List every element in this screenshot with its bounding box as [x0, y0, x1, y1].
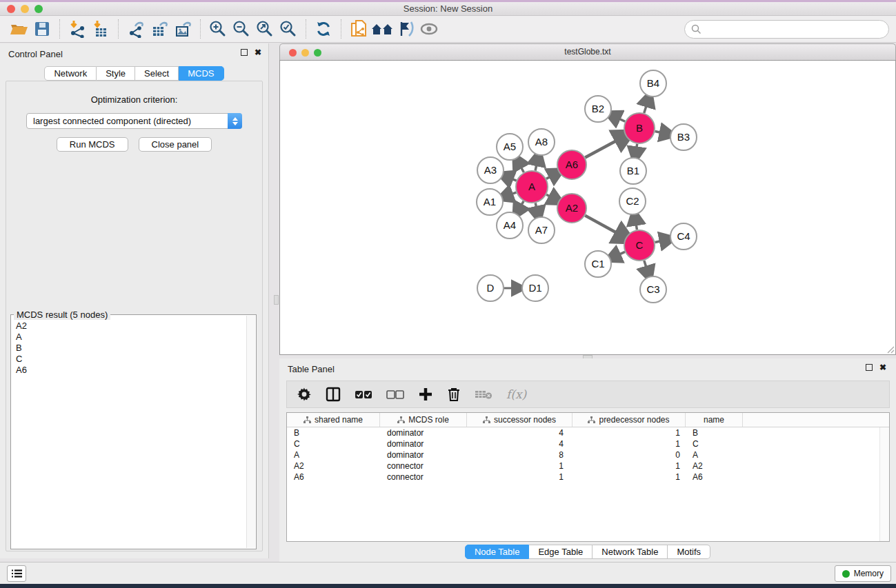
minimize-network-button[interactable] — [301, 49, 309, 57]
network-window-titlebar[interactable]: testGlobe.txt — [279, 43, 896, 60]
network-node-A4[interactable]: A4 — [497, 212, 523, 239]
cell-shared-name[interactable]: A2 — [287, 461, 380, 471]
column-header-successor-nodes[interactable]: successor nodes — [467, 413, 573, 427]
network-node-A[interactable]: A — [516, 171, 548, 203]
network-node-B2[interactable]: B2 — [585, 96, 611, 122]
network-node-A6[interactable]: A6 — [557, 150, 586, 179]
zoom-fit-button[interactable] — [253, 18, 277, 40]
network-edge-A-A3[interactable] — [510, 178, 517, 181]
export-network-button[interactable] — [124, 18, 148, 40]
table-settings-button[interactable] — [297, 387, 312, 402]
network-edge-A-A7[interactable] — [535, 203, 537, 210]
deselect-all-columns-button[interactable] — [386, 390, 404, 399]
network-edge-B-B3[interactable] — [655, 132, 664, 133]
tab-network[interactable]: Network — [44, 66, 97, 81]
table-row[interactable]: C dominator 4 1 C — [287, 438, 889, 449]
network-edge-A-A6[interactable] — [546, 175, 552, 179]
task-history-button[interactable] — [7, 565, 26, 582]
network-edge-B-B4[interactable] — [644, 103, 647, 113]
cell-mcds-role[interactable]: connector — [380, 461, 467, 471]
network-node-C3[interactable]: C3 — [640, 276, 666, 303]
tab-edge-table[interactable]: Edge Table — [529, 545, 593, 559]
minimize-window-button[interactable] — [21, 5, 29, 13]
close-network-button[interactable] — [289, 49, 297, 57]
mcds-result-list[interactable]: A2 A B C A6 — [12, 318, 246, 548]
home-button[interactable] — [370, 18, 394, 40]
column-header-mcds-role[interactable]: MCDS role — [380, 413, 467, 427]
import-table-button[interactable] — [89, 18, 112, 40]
cell-mcds-role[interactable]: dominator — [380, 439, 467, 449]
network-edge-A6-B[interactable] — [585, 139, 619, 158]
column-header-name[interactable]: name — [686, 413, 743, 427]
delete-column-button[interactable] — [447, 387, 461, 402]
zoom-out-button[interactable] — [230, 18, 253, 40]
cell-mcds-role[interactable]: dominator — [380, 450, 467, 460]
zoom-window-button[interactable] — [34, 5, 43, 13]
memory-button[interactable]: Memory — [835, 565, 891, 582]
tab-style[interactable]: Style — [97, 66, 135, 81]
network-edge-A-A1[interactable] — [509, 192, 516, 195]
close-panel-icon[interactable]: ✖ — [255, 49, 261, 56]
close-window-button[interactable] — [7, 5, 15, 13]
zoom-in-button[interactable] — [206, 18, 230, 40]
network-edge-A-A4[interactable] — [520, 201, 524, 207]
open-file-button[interactable] — [7, 18, 30, 40]
network-node-B1[interactable]: B1 — [620, 158, 646, 184]
float-panel-icon[interactable] — [866, 364, 873, 371]
cell-shared-name[interactable]: B — [287, 428, 380, 438]
network-node-C1[interactable]: C1 — [585, 251, 611, 277]
tab-mcds[interactable]: MCDS — [179, 66, 223, 81]
cell-shared-name[interactable]: C — [287, 439, 380, 449]
float-panel-icon[interactable] — [241, 49, 248, 56]
list-item[interactable]: A2 — [16, 321, 246, 332]
network-node-A7[interactable]: A7 — [528, 217, 555, 243]
network-edge-C-C1[interactable] — [617, 252, 625, 255]
select-all-columns-button[interactable] — [355, 390, 372, 399]
cell-shared-name[interactable]: A — [287, 450, 380, 460]
cell-predecessor-nodes[interactable]: 0 — [573, 450, 686, 460]
network-edge-B-B1[interactable] — [636, 144, 637, 151]
search-input[interactable] — [705, 24, 882, 34]
cell-successor-nodes[interactable]: 1 — [467, 472, 573, 482]
cell-predecessor-nodes[interactable]: 1 — [573, 428, 686, 438]
column-header-predecessor-nodes[interactable]: predecessor nodes — [573, 413, 686, 427]
close-panel-icon[interactable]: ✖ — [879, 364, 886, 371]
network-node-D[interactable]: D — [477, 275, 504, 301]
cell-successor-nodes[interactable]: 4 — [467, 428, 573, 438]
function-builder-button[interactable]: f(x) — [506, 387, 526, 401]
cell-name[interactable]: B — [686, 428, 743, 438]
table-row[interactable]: A2 connector 1 1 A2 — [287, 460, 889, 472]
delete-table-button[interactable] — [475, 389, 492, 400]
table-scrollbar[interactable] — [879, 427, 889, 541]
cell-name[interactable]: A — [686, 450, 743, 460]
cell-name[interactable]: A6 — [686, 472, 743, 482]
table-row[interactable]: A6 connector 1 1 A6 — [287, 472, 889, 483]
cell-predecessor-nodes[interactable]: 1 — [573, 461, 686, 471]
network-edge-A-A2[interactable] — [546, 194, 552, 198]
export-table-button[interactable] — [148, 18, 171, 40]
cell-successor-nodes[interactable]: 8 — [467, 450, 573, 460]
close-panel-button[interactable]: Close panel — [139, 137, 212, 152]
network-node-B4[interactable]: B4 — [640, 70, 666, 97]
network-edge-A2-C[interactable] — [585, 216, 619, 234]
network-edge-C-C2[interactable] — [636, 222, 637, 230]
cell-mcds-role[interactable]: dominator — [380, 428, 467, 438]
network-node-B[interactable]: B — [624, 113, 655, 143]
resize-grip-icon[interactable] — [887, 346, 895, 354]
splitter-handle-vertical[interactable] — [274, 295, 279, 305]
cell-shared-name[interactable]: A6 — [287, 472, 380, 482]
hide-graphics-details-button[interactable] — [394, 18, 417, 40]
zoom-selected-button[interactable] — [277, 18, 300, 40]
export-image-button[interactable] — [171, 18, 195, 40]
show-columns-button[interactable] — [326, 387, 341, 402]
refresh-button[interactable] — [312, 18, 335, 40]
network-edge-C-C3[interactable] — [644, 261, 647, 270]
tab-node-table[interactable]: Node Table — [465, 545, 530, 559]
cell-successor-nodes[interactable]: 4 — [467, 439, 573, 449]
criterion-select[interactable]: largest connected component (directed) — [26, 113, 242, 129]
run-mcds-button[interactable]: Run MCDS — [57, 137, 128, 152]
network-canvas[interactable]: B4B2BB3A5A8A6B1A3AA1C2A2A4A7C4CC1C3DD1 — [279, 60, 896, 355]
network-edge-A-A8[interactable] — [535, 162, 537, 170]
zoom-network-button[interactable] — [314, 49, 321, 57]
list-item[interactable]: A — [16, 332, 246, 343]
